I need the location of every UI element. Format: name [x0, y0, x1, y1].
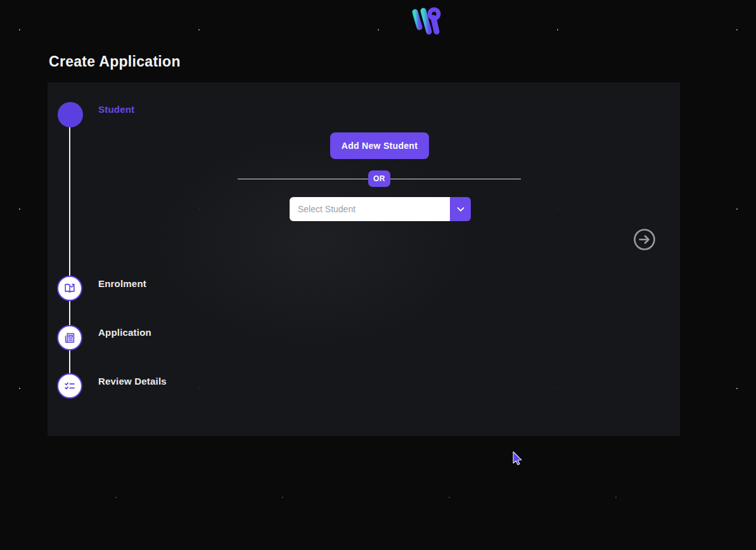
arrow-right-circle-icon	[633, 228, 656, 251]
book-check-icon	[63, 281, 77, 295]
brand-logo	[408, 6, 444, 35]
select-student-dropdown	[290, 197, 471, 221]
step-indicator-enrolment[interactable]	[57, 276, 82, 301]
chevron-down-icon	[455, 203, 466, 215]
page-title: Create Application	[49, 53, 181, 70]
checklist-icon	[63, 379, 77, 393]
step-label-application[interactable]: Application	[98, 327, 151, 338]
select-student-expand-button[interactable]	[450, 197, 471, 221]
mouse-cursor-icon	[512, 451, 523, 466]
step-label-student[interactable]: Student	[98, 104, 134, 115]
or-badge: OR	[368, 170, 390, 187]
select-student-input[interactable]	[290, 197, 450, 221]
step-indicator-review-details[interactable]	[57, 373, 82, 399]
step-indicator-application[interactable]	[57, 325, 82, 350]
w-pin-logo-icon	[408, 6, 444, 35]
document-icon	[63, 331, 77, 345]
step-label-review-details[interactable]: Review Details	[98, 376, 167, 387]
step-label-enrolment[interactable]: Enrolment	[98, 278, 146, 289]
pointer-arrow-icon	[512, 451, 523, 466]
step-indicator-student[interactable]	[58, 102, 83, 127]
add-new-student-button[interactable]: Add New Student	[330, 132, 429, 159]
next-step-button[interactable]	[633, 228, 656, 251]
